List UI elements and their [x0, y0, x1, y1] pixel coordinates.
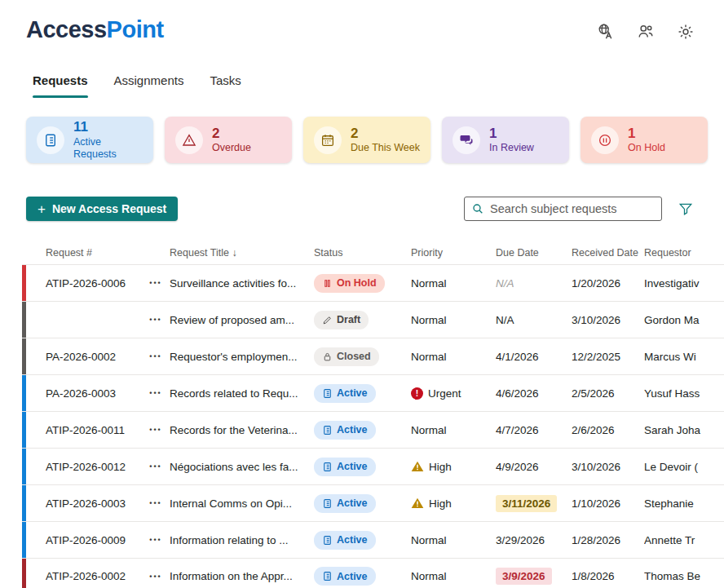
- status-badge: Active: [314, 531, 376, 550]
- due-date: 4/6/2026: [489, 387, 567, 400]
- status-badge: On Hold: [314, 274, 385, 293]
- priority-cell: Normal: [409, 277, 489, 290]
- settings-gear-icon[interactable]: [677, 23, 695, 41]
- list-icon: [322, 462, 333, 472]
- row-menu-button[interactable]: •••: [144, 316, 167, 324]
- people-icon[interactable]: [637, 23, 655, 41]
- due-date: 3/11/2026: [496, 495, 557, 512]
- list-icon: [322, 388, 333, 399]
- card-on-hold[interactable]: 1 On Hold: [581, 117, 708, 163]
- requestor: Le Devoir (: [644, 461, 724, 473]
- card-active-requests[interactable]: 11 Active Requests: [26, 117, 153, 163]
- card-count: 2: [351, 125, 420, 142]
- table-row[interactable]: ATIP-2026-0009 ••• Information relating …: [22, 521, 724, 558]
- status-badge: Active: [314, 384, 376, 403]
- card-label: Due This Week: [351, 142, 420, 155]
- received-date: 3/10/2026: [567, 461, 644, 473]
- toolbar: + New Access Request: [26, 197, 695, 221]
- status-badge: Active: [314, 494, 376, 513]
- table-row[interactable]: ATIP-2026-0011 ••• Records for the Veter…: [22, 411, 724, 448]
- urgent-icon: !: [411, 387, 423, 400]
- status-badge: Draft: [314, 311, 369, 329]
- high-priority-icon: [411, 497, 424, 510]
- request-id: PA-2026-0003: [26, 387, 144, 400]
- row-menu-button[interactable]: •••: [144, 352, 167, 360]
- card-label: On Hold: [628, 142, 665, 155]
- request-id: ATIP-2026-0002: [26, 570, 144, 582]
- requests-table: Request # Request Title ↓ Status Priorit…: [22, 241, 724, 588]
- col-received-date[interactable]: Received Date: [567, 247, 644, 259]
- request-title: Information on the Appr...: [167, 570, 311, 582]
- card-count: 1: [489, 125, 534, 142]
- request-id: PA-2026-0002: [26, 351, 144, 363]
- priority-cell: Normal: [409, 314, 489, 326]
- card-in-review[interactable]: 1 In Review: [442, 117, 569, 163]
- col-due-date[interactable]: Due Date: [489, 247, 567, 259]
- status-badge: Active: [314, 421, 376, 440]
- col-status[interactable]: Status: [311, 247, 409, 259]
- request-title: Requestor's employmen...: [167, 351, 311, 363]
- warning-icon: [175, 126, 203, 154]
- due-date: 4/1/2026: [489, 351, 567, 363]
- row-menu-button[interactable]: •••: [144, 499, 167, 507]
- pause-icon: [322, 278, 333, 289]
- table-header: Request # Request Title ↓ Status Priorit…: [22, 241, 724, 264]
- requestor: Marcus Wi: [644, 351, 724, 363]
- row-color-bar: [22, 302, 26, 338]
- table-row[interactable]: ATIP-2026-0012 ••• Négociations avec les…: [22, 448, 724, 484]
- row-menu-button[interactable]: •••: [144, 426, 167, 434]
- search-icon: [471, 202, 484, 215]
- col-request-id[interactable]: Request #: [26, 247, 144, 259]
- due-date: N/A: [489, 314, 567, 326]
- tab-assignments[interactable]: Assignments: [114, 73, 184, 95]
- received-date: 12/2/2025: [567, 351, 644, 363]
- table-row[interactable]: ••• Review of proposed am... Draft Norma…: [22, 301, 724, 338]
- header-icon-bar: [597, 23, 695, 41]
- filter-icon[interactable]: [677, 200, 695, 218]
- requestor: Investigativ: [644, 277, 724, 290]
- high-priority-icon: [411, 460, 424, 473]
- table-row[interactable]: PA-2026-0003 ••• Records related to Requ…: [22, 374, 724, 411]
- received-date: 2/6/2026: [567, 424, 644, 436]
- new-access-request-label: New Access Request: [52, 202, 166, 215]
- search-box: [464, 197, 662, 221]
- translate-icon[interactable]: [597, 23, 615, 41]
- row-menu-button[interactable]: •••: [144, 536, 167, 544]
- row-menu-button[interactable]: •••: [144, 279, 167, 287]
- new-access-request-button[interactable]: + New Access Request: [26, 197, 178, 221]
- requestor: Stephanie: [644, 497, 724, 510]
- table-row[interactable]: ATIP-2026-0006 ••• Surveillance activiti…: [22, 264, 724, 301]
- priority-cell: Normal: [409, 570, 489, 582]
- search-input[interactable]: [490, 202, 655, 215]
- table-row[interactable]: ATIP-2026-0003 ••• Internal Comms on Opi…: [22, 484, 724, 521]
- row-menu-button[interactable]: •••: [144, 389, 167, 397]
- list-icon: [322, 425, 333, 435]
- app-logo-access: Access: [26, 16, 107, 42]
- table-row[interactable]: PA-2026-0002 ••• Requestor's employmen..…: [22, 338, 724, 374]
- status-badge: Active: [314, 458, 376, 476]
- due-date: 3/29/2026: [489, 534, 567, 546]
- due-date: 4/7/2026: [489, 424, 567, 436]
- col-title[interactable]: Request Title ↓: [167, 247, 311, 259]
- tab-tasks[interactable]: Tasks: [210, 73, 241, 95]
- requestor: Thomas Be: [644, 570, 724, 582]
- list-icon: [322, 498, 333, 509]
- card-overdue[interactable]: 2 Overdue: [165, 117, 292, 163]
- col-priority[interactable]: Priority: [409, 247, 489, 259]
- card-due-this-week[interactable]: 2 Due This Week: [303, 117, 430, 163]
- table-row[interactable]: ATIP-2026-0002 ••• Information on the Ap…: [22, 558, 724, 588]
- request-id: ATIP-2026-0006: [26, 277, 144, 290]
- row-menu-button[interactable]: •••: [144, 462, 167, 471]
- request-title: Information relating to ...: [167, 534, 311, 546]
- col-requestor[interactable]: Requestor: [644, 247, 724, 259]
- tab-requests[interactable]: Requests: [33, 73, 88, 95]
- priority-cell: High: [409, 497, 489, 510]
- card-count: 2: [212, 125, 251, 142]
- row-menu-button[interactable]: •••: [144, 573, 167, 581]
- due-date: N/A: [496, 277, 514, 290]
- request-id: ATIP-2026-0009: [26, 534, 144, 546]
- pause-circle-icon: [591, 126, 619, 154]
- priority-cell: Normal: [409, 351, 489, 363]
- card-label: In Review: [489, 142, 534, 155]
- priority-cell: Normal: [409, 424, 489, 436]
